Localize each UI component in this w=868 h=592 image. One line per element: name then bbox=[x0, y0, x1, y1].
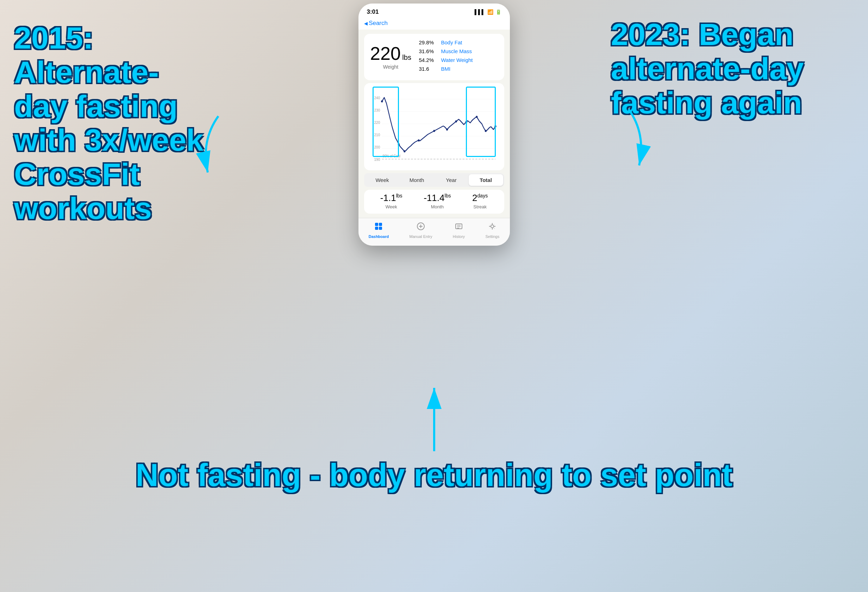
status-bar: 3:01 ▌▌▌ 📶 🔋 bbox=[359, 3, 510, 18]
wifi-icon: 📶 bbox=[487, 9, 493, 15]
annotation-right: 2023: Began alternate-day fasting again bbox=[611, 18, 858, 120]
history-icon bbox=[454, 222, 464, 233]
annotation-bottom: Not fasting - body returning to set poin… bbox=[136, 457, 732, 493]
svg-point-17 bbox=[397, 143, 399, 145]
stats-row: -1.1lbs Week -11.4lbs Month 2days Streak bbox=[364, 190, 504, 214]
weight-display: 220 lbs bbox=[370, 44, 412, 63]
arrow-right-icon bbox=[618, 106, 660, 169]
svg-point-22 bbox=[455, 120, 457, 122]
month-stat-label: Month bbox=[424, 204, 451, 209]
arrow-left-icon bbox=[187, 113, 229, 176]
battery-icon: 🔋 bbox=[496, 9, 502, 15]
tab-dashboard[interactable]: Dashboard bbox=[369, 222, 389, 239]
settings-icon bbox=[488, 222, 497, 233]
svg-rect-29 bbox=[375, 227, 378, 230]
muscle-mass-label: Muscle Mass bbox=[441, 48, 472, 54]
svg-point-25 bbox=[484, 130, 486, 132]
annotation-left: 2015: Alternate-day fasting with 3x/week… bbox=[14, 21, 211, 225]
weight-stats: 29.8% Body Fat 31.6% Muscle Mass 54.2% W… bbox=[419, 40, 499, 75]
body-fat-value: 29.8% bbox=[419, 40, 438, 46]
bmi-row: 31.6 BMI bbox=[419, 66, 499, 72]
manual-entry-icon bbox=[416, 222, 425, 233]
signal-icon: ▌▌▌ bbox=[475, 9, 485, 15]
week-stat-value: -1.1lbs bbox=[380, 193, 403, 203]
svg-point-26 bbox=[495, 125, 496, 127]
muscle-mass-value: 31.6% bbox=[419, 48, 438, 54]
water-weight-label: Water Weight bbox=[441, 57, 473, 63]
status-time: 3:01 bbox=[367, 9, 379, 15]
month-stat-value: -11.4lbs bbox=[424, 193, 451, 203]
svg-text:90% of Goal: 90% of Goal bbox=[382, 154, 400, 158]
status-icons: ▌▌▌ 📶 🔋 bbox=[475, 9, 502, 15]
weight-main: 220 lbs Weight bbox=[370, 44, 412, 70]
nav-bar: Search bbox=[359, 18, 510, 29]
manual-entry-label: Manual Entry bbox=[409, 234, 433, 239]
svg-point-23 bbox=[465, 121, 467, 123]
tab-year[interactable]: Year bbox=[434, 174, 469, 186]
week-stat: -1.1lbs Week bbox=[380, 193, 403, 209]
tab-total[interactable]: Total bbox=[469, 174, 503, 186]
svg-point-38 bbox=[491, 225, 494, 228]
water-weight-row: 54.2% Water Weight bbox=[419, 57, 499, 63]
streak-stat-label: Streak bbox=[472, 204, 488, 209]
tab-history[interactable]: History bbox=[453, 222, 465, 239]
svg-rect-27 bbox=[375, 223, 378, 226]
week-stat-label: Week bbox=[380, 204, 403, 209]
settings-label: Settings bbox=[485, 234, 499, 239]
svg-point-19 bbox=[418, 139, 419, 141]
tab-settings[interactable]: Settings bbox=[485, 222, 499, 239]
svg-point-20 bbox=[433, 130, 435, 132]
tab-month[interactable]: Month bbox=[400, 174, 434, 186]
phone-container: 3:01 ▌▌▌ 📶 🔋 Search 220 lbs Weight 29.8%… bbox=[359, 3, 510, 246]
svg-point-24 bbox=[476, 116, 477, 118]
weight-value: 220 bbox=[370, 43, 401, 64]
svg-point-21 bbox=[446, 128, 447, 131]
streak-stat-value: 2days bbox=[472, 193, 488, 203]
streak-stat: 2days Streak bbox=[472, 193, 488, 209]
bmi-label: BMI bbox=[441, 66, 451, 72]
weight-label: Weight bbox=[370, 64, 412, 70]
history-label: History bbox=[453, 234, 465, 239]
back-button[interactable]: Search bbox=[364, 20, 388, 27]
tab-bar: Dashboard Manual Entry Hist bbox=[359, 218, 510, 246]
chart-container: 190 200 210 220 230 240 90% of Goal bbox=[364, 83, 504, 170]
weight-chart: 190 200 210 220 230 240 90% of Goal bbox=[370, 89, 499, 166]
svg-point-18 bbox=[403, 150, 405, 152]
tab-week[interactable]: Week bbox=[365, 174, 400, 186]
tab-manual-entry[interactable]: Manual Entry bbox=[409, 222, 433, 239]
svg-rect-30 bbox=[379, 227, 382, 230]
body-fat-label: Body Fat bbox=[441, 40, 462, 46]
arrow-up-center-icon bbox=[413, 384, 455, 455]
svg-text:240: 240 bbox=[374, 96, 380, 100]
svg-text:210: 210 bbox=[374, 133, 380, 137]
muscle-mass-row: 31.6% Muscle Mass bbox=[419, 48, 499, 54]
water-weight-value: 54.2% bbox=[419, 57, 438, 63]
svg-point-16 bbox=[381, 100, 383, 102]
weight-card: 220 lbs Weight 29.8% Body Fat 31.6% Musc… bbox=[364, 34, 504, 80]
svg-text:200: 200 bbox=[374, 145, 380, 150]
time-selector[interactable]: Week Month Year Total bbox=[364, 173, 504, 187]
svg-text:230: 230 bbox=[374, 108, 380, 113]
month-stat: -11.4lbs Month bbox=[424, 193, 451, 209]
dashboard-icon bbox=[374, 222, 383, 233]
body-fat-row: 29.8% Body Fat bbox=[419, 40, 499, 46]
svg-rect-28 bbox=[379, 223, 382, 226]
svg-text:190: 190 bbox=[374, 157, 380, 162]
weight-unit: lbs bbox=[402, 53, 411, 61]
bmi-value: 31.6 bbox=[419, 66, 438, 72]
svg-text:220: 220 bbox=[374, 120, 380, 125]
dashboard-label: Dashboard bbox=[369, 234, 389, 239]
